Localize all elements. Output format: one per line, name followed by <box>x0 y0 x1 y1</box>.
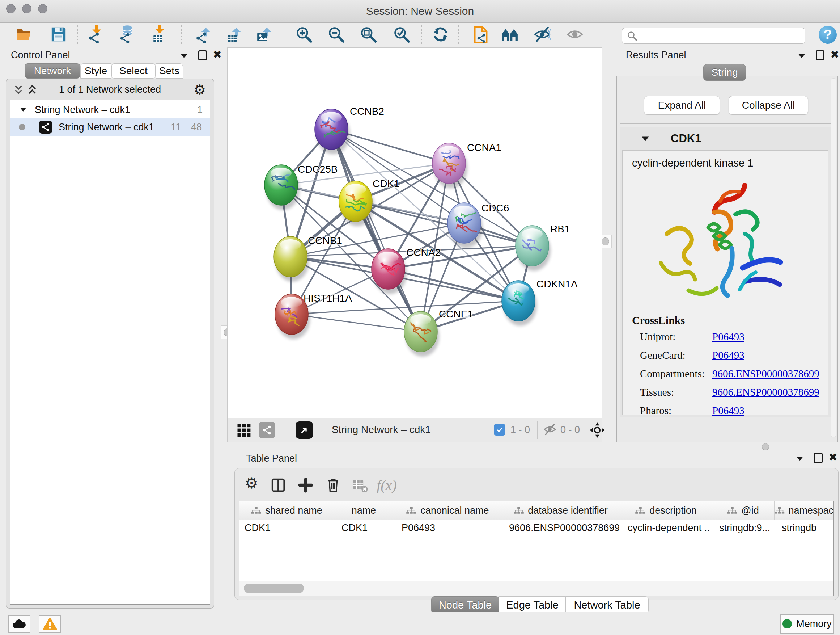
close-panel-icon[interactable]: ✖ <box>213 48 222 61</box>
selected-checkbox[interactable] <box>494 424 505 435</box>
collection-collapse-icon[interactable] <box>19 107 27 112</box>
horizontal-splitter[interactable] <box>227 442 840 451</box>
open-session-button[interactable] <box>14 25 33 44</box>
refresh-icon <box>431 25 450 43</box>
results-panel: Results Panel ✖ String Expand All Collap… <box>615 48 840 442</box>
tab-sets[interactable]: Sets <box>156 63 183 79</box>
close-panel-icon[interactable]: ✖ <box>830 48 839 61</box>
first-neighbors-button[interactable] <box>500 25 519 44</box>
pan-network-button[interactable] <box>589 422 605 440</box>
network-graph[interactable]: CCNB2CCNA1CDC25BCDK1CDC6RB1CCNB1CCNA2CDK… <box>227 48 602 418</box>
tab-edge-table[interactable]: Edge Table <box>499 596 566 614</box>
node-label-CCNB2: CCNB2 <box>350 106 384 117</box>
tab-network-table[interactable]: Network Table <box>565 596 649 614</box>
import-table-button[interactable] <box>150 25 169 44</box>
results-scrollbar[interactable] <box>831 78 836 437</box>
import-network-file-button[interactable] <box>87 25 106 44</box>
save-session-button[interactable] <box>49 25 68 44</box>
column-header[interactable]: @id <box>712 501 775 519</box>
collection-label: String Network – cdk1 <box>35 104 130 116</box>
add-column-button[interactable] <box>295 476 316 494</box>
check-icon <box>496 426 504 434</box>
help-button[interactable]: ? <box>819 26 837 44</box>
network-row-selected[interactable]: String Network – cdk1 11 48 <box>10 119 210 136</box>
tab-node-table[interactable]: Node Table <box>431 596 499 614</box>
expand-all-button[interactable]: Expand All <box>644 96 720 115</box>
network-collection-row[interactable]: String Network – cdk1 1 <box>10 101 210 119</box>
hide-selected-button[interactable] <box>533 25 552 44</box>
gear-icon[interactable]: ⚙ <box>194 82 206 98</box>
column-header[interactable]: description <box>620 501 712 519</box>
crosslink-value-link[interactable]: P06493 <box>712 405 745 417</box>
zoom-fit-button[interactable] <box>359 25 378 44</box>
cloud-status-button[interactable] <box>8 615 30 633</box>
tab-string[interactable]: String <box>703 64 746 81</box>
warnings-button[interactable] <box>39 615 61 633</box>
collapse-all-button[interactable]: Collapse All <box>729 96 808 115</box>
network-view-canvas[interactable]: CCNB2CCNA1CDC25BCDK1CDC6RB1CCNB1CCNA2CDK… <box>227 48 602 418</box>
panel-menu-icon[interactable] <box>796 456 804 462</box>
memory-button[interactable]: Memory <box>780 614 834 633</box>
grid-icon <box>236 423 251 438</box>
network-node-CDC25B: CDC25B <box>264 164 338 210</box>
toolbar-separator <box>285 421 285 439</box>
column-header[interactable]: name <box>333 501 394 519</box>
export-image-icon <box>256 25 274 43</box>
function-builder-button[interactable]: f(x) <box>377 476 397 494</box>
tab-style[interactable]: Style <box>80 63 111 79</box>
section-collapse-icon[interactable] <box>641 136 650 142</box>
network-from-selection-button[interactable] <box>470 25 489 44</box>
results-buttons-row: Expand All Collapse All <box>620 80 831 124</box>
zoom-selected-button[interactable] <box>392 25 411 44</box>
panel-menu-icon[interactable] <box>798 53 806 59</box>
node-label-CDKN1A: CDKN1A <box>537 279 578 290</box>
float-panel-icon[interactable] <box>198 50 207 60</box>
export-table-icon <box>225 25 243 43</box>
crosslink-value-link[interactable]: 9606.ENSP00000378699 <box>712 368 819 380</box>
delete-column-button[interactable] <box>323 476 343 494</box>
table-gear-icon[interactable]: ⚙ <box>241 473 262 492</box>
float-panel-icon[interactable] <box>816 50 824 60</box>
zoom-out-button[interactable] <box>327 25 346 44</box>
delete-table-button[interactable] <box>350 476 370 494</box>
export-table-button[interactable] <box>225 25 244 44</box>
zoom-in-button[interactable] <box>294 25 313 44</box>
crosslink-value-link[interactable]: P06493 <box>712 349 745 361</box>
column-header[interactable]: shared name <box>240 501 334 519</box>
gene-description: cyclin-dependent kinase 1 <box>632 157 753 169</box>
tab-select[interactable]: Select <box>111 63 156 79</box>
table-horizontal-scrollbar[interactable] <box>240 581 834 595</box>
crosslink-value-link[interactable]: P06493 <box>712 331 745 343</box>
column-header[interactable]: canonical name <box>394 501 501 519</box>
crosslink-label: Pharos: <box>640 405 671 417</box>
cell-id: stringdb:9... <box>719 523 773 534</box>
crosslink-value-link[interactable]: 9606.ENSP00000378699 <box>712 386 819 398</box>
network-share-button[interactable] <box>259 422 275 439</box>
network-node-CDKN1A: CDKN1A <box>502 279 578 326</box>
show-columns-button[interactable] <box>268 476 288 494</box>
node-label-CCNB1: CCNB1 <box>308 235 342 246</box>
refresh-layout-button[interactable] <box>431 25 450 44</box>
search-input[interactable] <box>640 29 805 42</box>
float-panel-icon[interactable] <box>814 453 823 463</box>
splitter-knob-icon <box>601 238 609 245</box>
export-network-button[interactable] <box>194 25 213 44</box>
tab-network[interactable]: Network <box>25 63 80 79</box>
column-header[interactable]: database identifier <box>501 501 621 519</box>
close-panel-icon[interactable]: ✖ <box>829 451 837 463</box>
eye-hidden-icon <box>533 25 551 43</box>
network-edge-count: 48 <box>191 122 202 133</box>
birdseye-grid-button[interactable] <box>236 423 251 439</box>
eye-hidden-icon <box>543 423 557 436</box>
double-house-icon <box>501 25 519 43</box>
import-network-database-button[interactable] <box>118 25 136 44</box>
export-image-button[interactable] <box>256 25 274 44</box>
toolbar-separator <box>421 25 422 44</box>
show-all-button[interactable] <box>565 25 584 44</box>
panel-menu-icon[interactable] <box>180 53 188 59</box>
document-network-icon <box>470 25 489 44</box>
column-header[interactable]: namespac <box>774 501 834 519</box>
open-in-window-button[interactable] <box>295 421 313 439</box>
scrollbar-thumb[interactable] <box>244 584 304 593</box>
toolbar-search <box>622 28 805 44</box>
